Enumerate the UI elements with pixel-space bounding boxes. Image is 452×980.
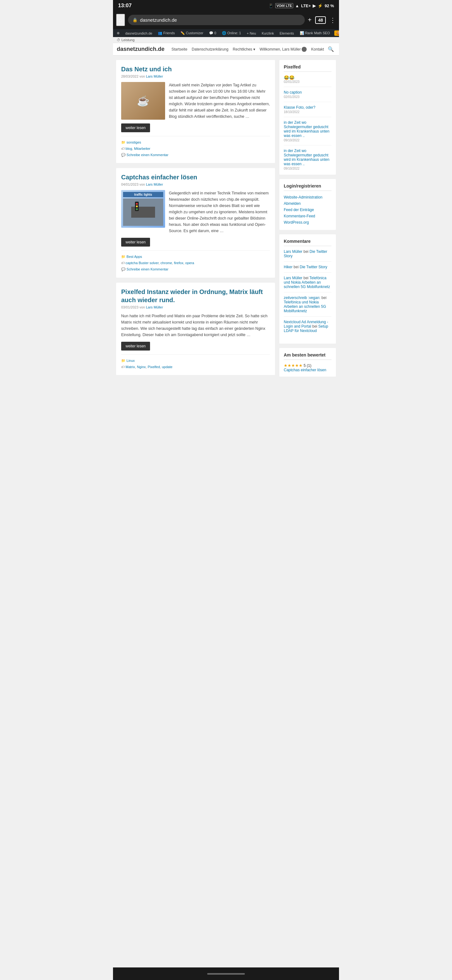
tag-captcha-link[interactable]: captcha Buster solver [125, 261, 159, 265]
cookies-button[interactable]: 🍪 Cookies [334, 30, 339, 36]
rankmath-link[interactable]: 📊 Rank Math SEO [298, 30, 331, 36]
login-kommentare-feed[interactable]: Kommentare-Feed [284, 213, 331, 219]
category-icon-1: 📁 [121, 140, 127, 144]
pixelfed-link-2[interactable]: Klasse Foto, oder? [284, 105, 331, 110]
comment-author-3: zeitverschreib :vegan: [284, 296, 320, 300]
post-tags-1: 🏷 blog, Mitarbeiter [121, 146, 270, 152]
post-title-link-3[interactable]: Pixelfed Instanz wieder in Ordnung, Matr… [121, 288, 263, 304]
red-light [136, 203, 138, 205]
comment-item-2: Lars Müller bei Telefónica und Nokia Arb… [284, 276, 331, 293]
wp-logo-link[interactable]: ⊕ [116, 30, 121, 36]
comment-link-2[interactable]: Schreibe einen Kommentar [127, 267, 168, 271]
category-link-2[interactable]: Best Apps [127, 255, 142, 259]
pixelfed-link-4[interactable]: in der Zeit wo Schwiegermutter geduscht … [284, 149, 331, 166]
elements-link[interactable]: Elements [278, 31, 295, 36]
post-author-link-2[interactable]: Lars Müller [146, 183, 163, 186]
tag-mitarbeiter-link[interactable]: Mitarbeiter [134, 147, 151, 150]
tag-matrix-link[interactable]: Matrix [125, 365, 135, 369]
customizer-link[interactable]: ✏️ Customizer [179, 30, 205, 36]
login-feed-eintraege[interactable]: Feed der Einträge [284, 207, 331, 213]
nav-startseite[interactable]: Startseite [170, 46, 189, 53]
post-title-3[interactable]: Pixelfed Instanz wieder in Ordnung, Matr… [121, 288, 270, 304]
status-time: 13:07 [118, 3, 132, 9]
search-button[interactable]: 🔍 [327, 45, 335, 53]
post-card-3: Pixelfed Instanz wieder in Ordnung, Matr… [116, 283, 275, 375]
post-title-link-1[interactable]: Das Netz und ich [121, 66, 172, 73]
site-logo[interactable]: dasnetzundich.de [117, 46, 165, 52]
category-link-3[interactable]: Linux [127, 359, 135, 363]
post-thumbnail-2: traffic lights [121, 190, 165, 228]
browser-url-bar[interactable]: 🔒 dasnetzundich.de [128, 15, 305, 25]
best-rated-widget: Am besten bewertet ★★★★★ 5 (1) Captchas … [279, 348, 336, 377]
comment-link-1[interactable]: Schreibe einen Kommentar [127, 153, 168, 157]
battery-icon: ⚡ [318, 3, 323, 8]
login-abmelden[interactable]: Abmelden [284, 200, 331, 207]
pixelfed-date-1: 02/01/2023 [284, 95, 331, 99]
post-date-1: 28/03/2022 [121, 75, 138, 78]
post-meta-3: 03/01/2023 von Lars Müller [121, 305, 270, 309]
site-header: dasnetzundich.de Startseite Datenschutze… [113, 43, 339, 56]
login-wordpress-org[interactable]: WordPress.org [284, 219, 331, 226]
tag-firefox-link[interactable]: firefox [174, 261, 183, 265]
browser-menu-button[interactable]: ⋮ [330, 16, 336, 24]
comment-item-1: Hiker bei Die Twitter Story [284, 265, 331, 273]
menu-icon: ⋮ [330, 17, 336, 24]
post-title-2[interactable]: Captchas einfacher lösen [121, 173, 270, 181]
post-author-prefix-3: von [140, 305, 145, 309]
comments-link[interactable]: 💬 0 [208, 30, 217, 36]
post-author-link-3[interactable]: Lars Müller [146, 305, 163, 309]
post-title-1[interactable]: Das Netz und ich [121, 65, 270, 73]
friends-link[interactable]: 👥 Friends [157, 30, 176, 36]
new-tab-button[interactable]: + [308, 16, 312, 24]
tag-opera-link[interactable]: opera [185, 261, 194, 265]
post-content-wrap-2: traffic lights Gelegentlich wird in mein… [121, 190, 270, 234]
browser-home-button[interactable]: ⌂ [116, 14, 125, 26]
post-author-link-1[interactable]: Lars Müller [146, 75, 163, 78]
comment-post-link-1[interactable]: Die Twitter Story [300, 265, 327, 269]
post-categories-1: 📁 sonstiges [121, 140, 270, 146]
nav-welcome[interactable]: Willkommen, Lars Müller [258, 46, 309, 53]
post-meta-2: 04/01/2023 von Lars Müller [121, 183, 270, 186]
site-name-link[interactable]: dasnetzundich.de [124, 31, 154, 36]
tag-pixelfed-link[interactable]: Pixelfed [147, 365, 160, 369]
home-icon: ⌂ [119, 16, 122, 23]
tag-icon-1: 🏷 [121, 147, 125, 150]
post-excerpt-2: Gelegentlich wird in meiner Technik Time… [169, 190, 270, 234]
post-title-link-2[interactable]: Captchas einfacher lösen [121, 174, 197, 181]
tag-chrome-link[interactable]: chrome [160, 261, 172, 265]
post-author-prefix-1: von [140, 75, 145, 78]
wp-admin-bar: ⊕ dasnetzundich.de 👥 Friends ✏️ Customiz… [113, 29, 339, 37]
read-more-button-2[interactable]: weiter lesen [121, 238, 150, 247]
comment-author-1: Hiker [284, 265, 293, 269]
comment-icon-2: 💬 [121, 267, 127, 271]
new-post-link[interactable]: + Neu [246, 31, 257, 36]
traffic-light-pole [135, 202, 139, 211]
pixelfed-link-3[interactable]: in der Zeit wo Schwiegermutter geduscht … [284, 120, 331, 138]
pixelfed-item-4: in der Zeit wo Schwiegermutter geduscht … [284, 149, 331, 170]
pixelfed-link-1[interactable]: No caption [284, 90, 331, 95]
rating-count-0: 5 (1) [303, 363, 311, 368]
category-link-1[interactable]: sonstiges [127, 140, 141, 144]
tab-count-button[interactable]: 48 [315, 18, 326, 22]
login-website-admin[interactable]: Website-Administration [284, 194, 331, 200]
online-link[interactable]: 🌐 Online: 1 [220, 30, 242, 36]
nav-kontakt[interactable]: Kontakt [309, 46, 326, 53]
read-more-button-1[interactable]: weiter lesen [121, 123, 150, 132]
pixelfed-item-3: in der Zeit wo Schwiegermutter geduscht … [284, 120, 331, 145]
post-card-2: Captchas einfacher lösen 04/01/2023 von … [116, 168, 275, 277]
read-more-button-3[interactable]: weiter lesen [121, 342, 150, 350]
nav-datenschutz[interactable]: Datenschutzerklärung [190, 46, 230, 53]
tag-blog-link[interactable]: blog [125, 147, 132, 150]
sidebar: Pixelfed 😂😂 02/01/2023 No caption 02/01/… [279, 60, 336, 381]
pixelfed-item-0: 😂😂 02/01/2023 [284, 75, 331, 87]
best-rated-link-0[interactable]: Captchas einfacher lösen [284, 368, 326, 372]
pixelfed-emoji-0: 😂😂 [284, 75, 295, 80]
nav-rechtliches[interactable]: Rechtliches ▾ [231, 46, 257, 53]
comment-author-2: Lars Müller [284, 276, 302, 280]
captcha-image: traffic lights [121, 190, 165, 228]
kurzlink-link[interactable]: Kurzlink [260, 31, 275, 36]
post-comment-2: 💬 Schreibe einen Kommentar [121, 266, 270, 273]
tag-nginx-link[interactable]: Nginx [137, 365, 146, 369]
comment-post-link-3[interactable]: Telefónica und Nokia Arbeiten an schnell… [284, 300, 326, 313]
tag-update-link[interactable]: update [162, 365, 173, 369]
